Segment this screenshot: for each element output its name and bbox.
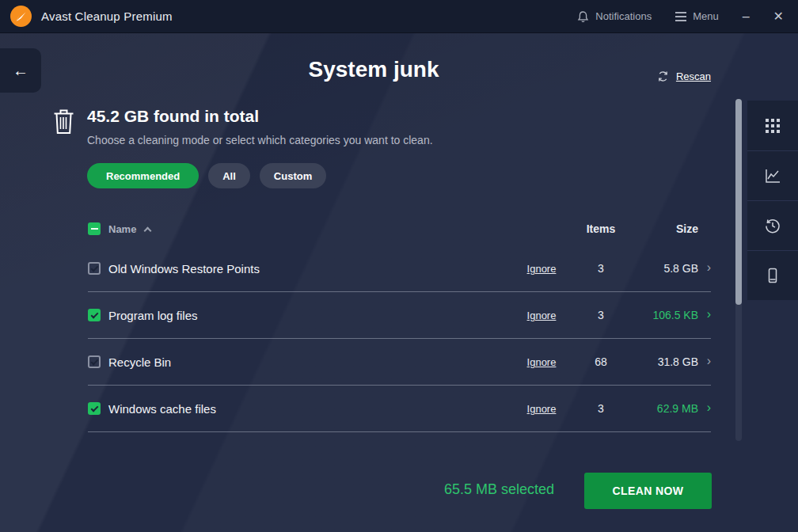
mobile-icon (763, 266, 782, 285)
row-checkbox[interactable] (88, 402, 101, 415)
titlebar: Avast Cleanup Premium Notifications Menu… (0, 0, 798, 33)
table-row[interactable]: Program log files Ignore 3 106.5 KB › (88, 292, 711, 339)
summary-subtitle: Choose a cleaning mode or select which c… (87, 134, 433, 146)
row-checkbox[interactable] (88, 309, 101, 321)
cleaning-mode-pills: Recommended All Custom (87, 163, 326, 188)
history-icon (763, 216, 782, 235)
table-row[interactable]: Old Windows Restore Points Ignore 3 5.8 … (88, 245, 711, 292)
sidebar-item-mobile[interactable] (747, 250, 798, 300)
chevron-right-icon: › (698, 401, 711, 416)
ignore-link[interactable]: Ignore (527, 403, 557, 415)
table-row[interactable]: Windows cache files Ignore 3 62.9 MB › (88, 386, 711, 432)
row-size: 106.5 KB (629, 309, 698, 321)
grid-icon (764, 117, 781, 135)
row-items: 3 (573, 402, 629, 415)
bell-icon (577, 10, 589, 23)
chevron-right-icon: › (698, 308, 711, 322)
clean-now-button[interactable]: CLEAN NOW (584, 473, 712, 509)
ignore-link[interactable]: Ignore (527, 356, 557, 368)
row-name: Program log files (108, 309, 510, 322)
junk-categories-table: Name Items Size Old Windows Restore Poin… (88, 212, 711, 432)
chart-icon (763, 166, 782, 185)
table-header: Name Items Size (88, 212, 711, 245)
page-title: System junk (0, 57, 747, 82)
notifications-label: Notifications (595, 10, 652, 22)
sidebar-item-dashboard[interactable] (747, 101, 798, 150)
column-header-items: Items (573, 222, 629, 235)
table-row[interactable]: Recycle Bin Ignore 68 31.8 GB › (88, 339, 711, 386)
notifications-button[interactable]: Notifications (577, 10, 652, 23)
refresh-icon (656, 70, 670, 83)
menu-button[interactable]: Menu (675, 10, 719, 24)
close-button[interactable]: ✕ (773, 10, 784, 23)
mode-custom-button[interactable]: Custom (260, 163, 326, 188)
sort-ascending-icon (144, 226, 152, 234)
rescan-button[interactable]: Rescan (656, 70, 711, 83)
select-all-checkbox[interactable] (88, 222, 101, 235)
column-header-size: Size (629, 222, 698, 235)
hamburger-icon (675, 10, 686, 24)
mode-recommended-button[interactable]: Recommended (87, 163, 199, 188)
row-items: 68 (573, 355, 629, 368)
row-name: Old Windows Restore Points (108, 262, 510, 276)
scrollbar-thumb[interactable] (735, 99, 742, 305)
row-checkbox[interactable] (88, 355, 101, 368)
back-arrow-icon: ← (13, 62, 28, 80)
ignore-link[interactable]: Ignore (527, 310, 557, 321)
column-header-name[interactable]: Name (108, 223, 510, 235)
row-name: Windows cache files (108, 402, 510, 416)
minimize-button[interactable]: – (743, 10, 750, 23)
chevron-right-icon: › (698, 261, 711, 276)
chevron-right-icon: › (698, 355, 711, 369)
total-found-heading: 45.2 GB found in total (87, 107, 259, 126)
row-items: 3 (573, 262, 629, 275)
row-items: 3 (573, 309, 629, 321)
mode-all-button[interactable]: All (208, 163, 250, 188)
trash-icon (53, 108, 74, 135)
right-sidebar (747, 101, 798, 300)
row-name: Recycle Bin (108, 355, 510, 369)
row-size: 31.8 GB (629, 355, 698, 368)
avast-logo-icon (10, 6, 32, 27)
rescan-label: Rescan (676, 70, 711, 82)
row-size: 62.9 MB (629, 402, 698, 415)
sidebar-item-history[interactable] (747, 200, 798, 250)
menu-label: Menu (693, 10, 719, 22)
selected-size-label: 65.5 MB selected (444, 481, 554, 498)
app-title: Avast Cleanup Premium (41, 10, 173, 23)
sidebar-item-statistics[interactable] (747, 150, 798, 200)
row-checkbox[interactable] (88, 262, 101, 275)
back-button[interactable]: ← (0, 48, 41, 93)
row-size: 5.8 GB (629, 262, 698, 275)
ignore-link[interactable]: Ignore (527, 263, 557, 275)
